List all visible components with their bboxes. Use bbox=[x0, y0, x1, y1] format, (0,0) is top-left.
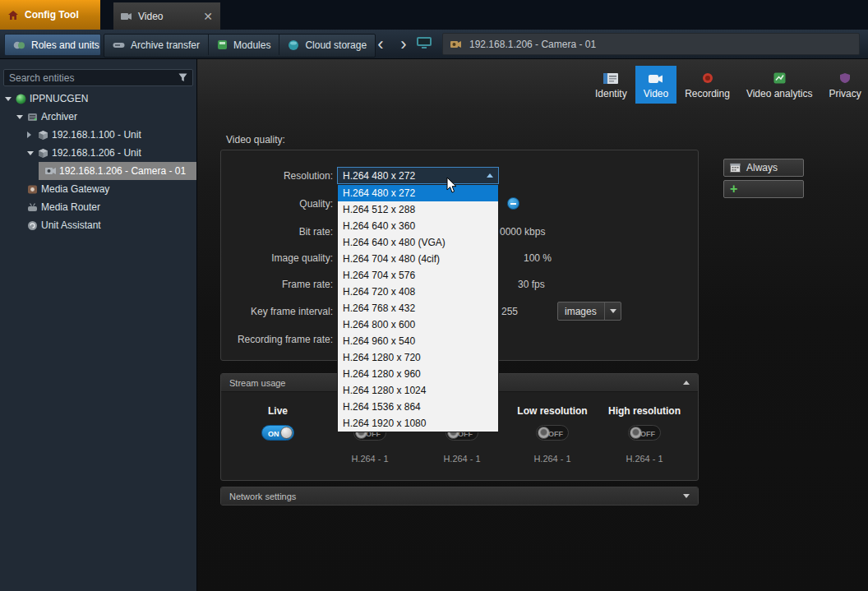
tree-item-label: Media Gateway bbox=[41, 183, 109, 195]
tab-label: Identity bbox=[595, 88, 627, 99]
toolbar-roles-and-units[interactable]: Roles and units bbox=[4, 34, 101, 56]
toolbar-button-label: Archive transfer bbox=[131, 39, 200, 51]
tree-item-label: Archiver bbox=[41, 111, 77, 122]
archiver-icon bbox=[27, 112, 41, 122]
search-box bbox=[3, 69, 193, 86]
tab-video[interactable]: Video bbox=[635, 66, 676, 104]
unit-icon bbox=[38, 148, 52, 159]
tree-item-media-gateway[interactable]: Media Gateway bbox=[0, 180, 196, 198]
chevron-expanded-icon[interactable] bbox=[16, 115, 27, 119]
tree-item-system[interactable]: IPPNUCGEN bbox=[0, 90, 196, 108]
resolution-dropdown[interactable]: H.264 480 x 272 bbox=[337, 167, 499, 184]
tree-item-media-router[interactable]: Media Router bbox=[0, 198, 196, 216]
resolution-option[interactable]: H.264 800 x 600 bbox=[338, 316, 498, 333]
recording-frame-rate-label: Recording frame rate: bbox=[197, 334, 333, 345]
breadcrumb[interactable]: 192.168.1.206 - Camera - 01 bbox=[442, 33, 860, 55]
toolbar-archive-transfer[interactable]: Archive transfer bbox=[104, 35, 209, 55]
tab-label: Recording bbox=[685, 88, 730, 99]
chevron-expanded-icon[interactable] bbox=[27, 151, 38, 155]
tree-item-unit-206[interactable]: 192.168.1.206 - Unit bbox=[0, 144, 196, 162]
resolution-option-list: H.264 480 x 272 H.264 512 x 288 H.264 64… bbox=[337, 184, 499, 432]
frame-rate-label: Frame rate: bbox=[197, 279, 333, 290]
tab-label: Privacy bbox=[829, 88, 861, 99]
entity-view-icon[interactable] bbox=[416, 36, 432, 53]
high-resolution-column-header: High resolution bbox=[608, 405, 681, 417]
bit-rate-value: 0000 kbps bbox=[500, 226, 545, 238]
search-input[interactable] bbox=[4, 72, 178, 84]
high-resolution-toggle[interactable]: OFF bbox=[628, 425, 661, 441]
video-task-tab[interactable]: Video ✕ bbox=[113, 2, 220, 30]
key-frame-interval-label: Key frame interval: bbox=[197, 306, 333, 317]
tree-item-camera-01[interactable]: 192.168.1.206 - Camera - 01 bbox=[0, 162, 196, 180]
camera-tab-bar: Identity Video Recording Video analytics bbox=[587, 66, 868, 104]
resolution-option[interactable]: H.264 1536 x 864 bbox=[338, 399, 498, 415]
resolution-option[interactable]: H.264 1920 x 1080 bbox=[338, 415, 498, 432]
add-schedule-button[interactable]: + bbox=[723, 180, 804, 198]
tab-identity[interactable]: Identity bbox=[587, 66, 635, 104]
live-toggle[interactable]: ON bbox=[261, 425, 294, 441]
resolution-option[interactable]: H.264 1280 x 960 bbox=[338, 366, 498, 382]
resolution-option[interactable]: H.264 704 x 480 (4cif) bbox=[338, 251, 498, 267]
back-arrow[interactable]: ‹ bbox=[370, 31, 391, 58]
video-analytics-icon bbox=[773, 72, 786, 84]
tree-item-label: 192.168.1.206 - Camera - 01 bbox=[59, 165, 186, 177]
tree-item-archiver[interactable]: Archiver bbox=[0, 108, 196, 126]
expand-icon bbox=[683, 494, 690, 498]
breadcrumb-camera-icon bbox=[450, 40, 462, 48]
stream-name: H.264 - 1 bbox=[533, 454, 570, 464]
filter-icon[interactable] bbox=[178, 73, 187, 82]
resolution-option[interactable]: H.264 480 x 272 bbox=[338, 185, 498, 201]
archive-transfer-icon bbox=[113, 41, 125, 49]
close-icon[interactable]: ✕ bbox=[203, 11, 213, 22]
tab-video-analytics[interactable]: Video analytics bbox=[738, 66, 821, 104]
resolution-option[interactable]: H.264 720 x 408 bbox=[338, 284, 498, 300]
image-quality-label: Image quality: bbox=[197, 252, 333, 264]
tab-recording[interactable]: Recording bbox=[676, 66, 738, 104]
tree-item-unit-100[interactable]: 192.168.1.100 - Unit bbox=[0, 126, 196, 144]
forward-arrow[interactable]: › bbox=[393, 31, 414, 58]
resolution-option[interactable]: H.264 768 x 432 bbox=[338, 300, 498, 316]
schedule-always-button[interactable]: Always bbox=[723, 159, 804, 177]
resolution-option[interactable]: H.264 640 x 360 bbox=[338, 218, 498, 234]
toolbar-cloud-storage[interactable]: Cloud storage bbox=[279, 35, 375, 55]
toggle-knob bbox=[280, 427, 293, 439]
entity-tree: IPPNUCGEN Archiver 192.168.1.100 - Unit bbox=[0, 90, 196, 234]
entity-sidebar: IPPNUCGEN Archiver 192.168.1.100 - Unit bbox=[0, 59, 197, 591]
system-sphere-icon bbox=[16, 94, 30, 104]
key-frame-unit-dropdown[interactable]: images bbox=[557, 302, 621, 321]
resolution-option[interactable]: H.264 512 x 288 bbox=[338, 201, 498, 218]
network-settings-title: Network settings bbox=[229, 492, 296, 501]
tab-privacy[interactable]: Privacy bbox=[820, 66, 868, 104]
resolution-option[interactable]: H.264 640 x 480 (VGA) bbox=[338, 234, 498, 251]
calendar-icon bbox=[730, 163, 741, 173]
mouse-cursor bbox=[446, 177, 458, 194]
video-icon bbox=[649, 72, 663, 84]
tree-item-label: Unit Assistant bbox=[41, 219, 101, 231]
key-frame-unit-label: images bbox=[565, 306, 597, 317]
resolution-option[interactable]: H.264 960 x 540 bbox=[338, 333, 498, 349]
tree-item-unit-assistant[interactable]: Unit Assistant bbox=[0, 216, 196, 234]
resolution-option[interactable]: H.264 1280 x 720 bbox=[338, 349, 498, 366]
key-frame-interval-value: 255 bbox=[501, 306, 518, 317]
tab-label: Video bbox=[644, 88, 668, 99]
video-quality-section-label: Video quality: bbox=[226, 134, 285, 145]
media-router-icon bbox=[27, 202, 41, 213]
resolution-selected-value: H.264 480 x 272 bbox=[343, 170, 415, 182]
app-tab-label: Config Tool bbox=[25, 9, 79, 21]
roles-units-icon bbox=[13, 40, 25, 50]
plus-icon: + bbox=[730, 182, 737, 196]
toolbar-modules[interactable]: Modules bbox=[209, 35, 279, 55]
camera-config-panel: Identity Video Recording Video analytics bbox=[197, 59, 868, 591]
config-tool-window: Config Tool Video ✕ Roles and units Arch… bbox=[0, 0, 868, 591]
config-tool-tab[interactable]: Config Tool bbox=[0, 0, 100, 30]
resolution-option[interactable]: H.264 704 x 576 bbox=[338, 267, 498, 284]
network-settings-header[interactable]: Network settings bbox=[221, 487, 698, 505]
chevron-expanded-icon[interactable] bbox=[5, 97, 16, 101]
chevron-collapsed-icon[interactable] bbox=[27, 132, 38, 138]
tab-label: Video analytics bbox=[746, 88, 813, 99]
low-resolution-column-header: Low resolution bbox=[517, 405, 587, 417]
low-resolution-toggle[interactable]: OFF bbox=[536, 425, 569, 441]
resolution-option[interactable]: H.264 1280 x 1024 bbox=[338, 382, 498, 399]
chevron-up-icon bbox=[487, 173, 493, 178]
remove-quality-button[interactable] bbox=[507, 197, 519, 210]
